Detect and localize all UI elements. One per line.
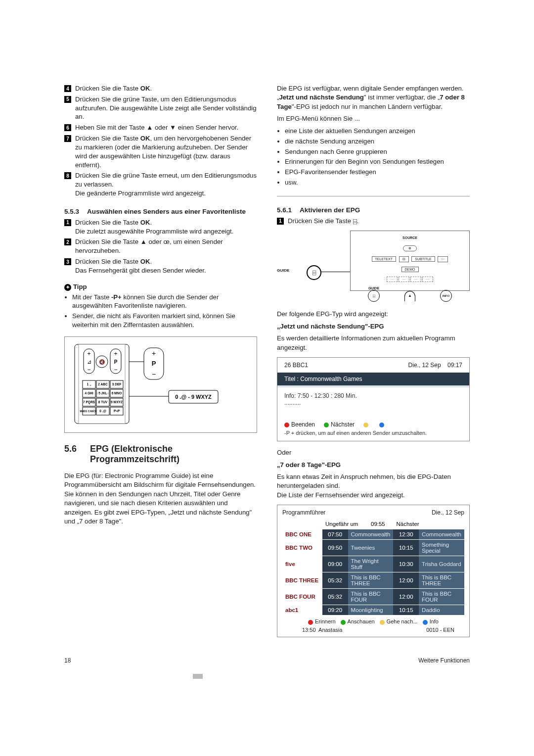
svg-text:🔇: 🔇	[99, 359, 105, 365]
step-text: Drücken Sie die Taste ▲ oder œ, um einen…	[75, 237, 257, 255]
blue-dot-icon	[379, 423, 384, 427]
seven-day-sub: Es kann etwas Zeit in Anspruch nehmen, b…	[277, 472, 470, 500]
section-body: Die EPG (für: Electronic Programme Guide…	[64, 472, 257, 526]
svg-text:P: P	[152, 360, 156, 367]
epg2-head-right: Die., 12 Sep	[432, 509, 464, 516]
epg-prog-title: Titel : Commonwealth Games	[277, 373, 469, 385]
step-text: Drücken Sie die Taste OK. Das Fernsehger…	[75, 257, 257, 275]
tip-item: Mit der Taste -P+ können Sie durch die S…	[72, 293, 257, 311]
svg-text:MHEG CANCEL: MHEG CANCEL	[80, 410, 98, 413]
heading-5-5-3: 5.5.3Auswählen eines Senders aus einer F…	[64, 208, 257, 215]
table-row[interactable]: BBC FOUR05:32This is BBC FOUR12:00This i…	[282, 589, 464, 605]
step-num: 8	[64, 172, 71, 179]
svg-text:8 TUV: 8 TUV	[98, 400, 108, 404]
svg-text:P≈P: P≈P	[114, 409, 120, 413]
svg-text:9 WXYZ: 9 WXYZ	[111, 400, 123, 404]
tip-item: Sender, die nicht als Favoriten markiert…	[72, 312, 257, 330]
svg-text:+: +	[152, 349, 156, 357]
epg-table: Ungefähr um 09:55 Nächster BBC ONE07:50C…	[282, 519, 464, 615]
step-text: Drücken Sie die Taste OK, um den hervorg…	[75, 134, 257, 169]
svg-text:6 MNO: 6 MNO	[112, 391, 122, 395]
step-num: 1	[277, 218, 284, 225]
svg-text:2 ABC: 2 ABC	[98, 382, 108, 386]
svg-text:7 PQRS: 7 PQRS	[83, 400, 95, 404]
heading-5-6: 5.6EPG (Elektronische Programmzeitschrif…	[64, 444, 257, 465]
yellow-dot-icon	[363, 423, 368, 427]
right-column: Die EPG ist verfügbar, wenn digitale Sen…	[277, 84, 470, 644]
page-number: 18	[64, 657, 71, 664]
tip-list: Mit der Taste -P+ können Sie durch die S…	[64, 293, 257, 330]
guide-label: GUIDE	[277, 268, 289, 273]
svg-text:1 .,: 1 .,	[87, 382, 91, 386]
epg-now-next-panel: 26 BBC1 Die., 12 Sep 09:17 Titel : Commo…	[277, 357, 470, 441]
oder-label: Oder	[277, 448, 470, 457]
step-text: Drücken Sie die grüne Taste, um den Edit…	[75, 95, 257, 121]
now-next-sub: Es werden detaillierte Informationen zum…	[277, 334, 470, 352]
remote-panel: SOURCE ⊕ TELETEXT ⊟ SUBTITLE ⋯ DEMO ····…	[350, 231, 470, 291]
menu-list: eine Liste der aktuellen Sendungen anzei…	[277, 127, 470, 187]
step-num: 5	[64, 96, 71, 103]
epg-btn-beenden[interactable]: Beenden	[291, 421, 315, 428]
menu-item: Sendungen nach Genre gruppieren	[285, 147, 470, 156]
panel-info-button: INFO	[440, 290, 452, 302]
teletext-label: TELETEXT	[372, 256, 396, 262]
svg-text:○5 JKL○: ○5 JKL○	[96, 391, 109, 395]
table-row[interactable]: BBC THREE05:32This is BBC THREE12:00This…	[282, 572, 464, 589]
now-next-head: „Jetzt und nächste Sendung"-EPG	[277, 322, 470, 331]
svg-text:−: −	[152, 370, 156, 378]
svg-text:0 .@ - 9 WXYZ: 0 .@ - 9 WXYZ	[175, 394, 212, 400]
epg2-btn[interactable]: Info	[430, 618, 439, 624]
epg2-btn[interactable]: Anschauen	[348, 618, 375, 624]
table-row[interactable]: five09:00The Wright Stuff10:30Trisha God…	[282, 556, 464, 572]
svg-text:−: −	[114, 366, 117, 373]
step-text: Drücken Sie die Taste ⌸.	[288, 217, 470, 226]
menu-item: eine Liste der aktuellen Sendungen anzei…	[285, 127, 470, 136]
source-button: ⊕	[403, 245, 417, 251]
table-row[interactable]: abc109:20Moonlighting10:15Daddio	[282, 605, 464, 615]
step-num: 1	[64, 219, 71, 226]
subtitle-label: SUBTITLE	[411, 256, 435, 262]
red-dot-icon	[284, 423, 289, 427]
guide-icon: ⌸	[353, 217, 357, 226]
step-num: 6	[64, 124, 71, 131]
after-fig-text: Der folgende EPG-Typ wird angezeigt:	[277, 310, 470, 319]
epg-date: Die., 12 Sep	[408, 362, 441, 369]
tip-icon: ✦	[64, 284, 71, 291]
menu-item: Erinnerungen für den Beginn von Sendunge…	[285, 157, 470, 166]
page-marker	[193, 674, 203, 679]
epg2-btn[interactable]: Erinnern	[315, 618, 336, 624]
step-num: 2	[64, 238, 71, 245]
step-num: 7	[64, 135, 71, 142]
menu-item: die nächste Sendung anzeigen	[285, 137, 470, 146]
epg2-head-left: Programmführer	[282, 509, 325, 516]
svg-text:3 DEF: 3 DEF	[112, 382, 121, 386]
section-footer: Weitere Funktionen	[418, 657, 470, 664]
intro-para: Die EPG ist verfügbar, wenn digitale Sen…	[277, 84, 470, 111]
epg-hint: -P + drücken, um auf einen anderen Sende…	[277, 430, 469, 441]
epg-btn-naechster[interactable]: Nächster	[331, 421, 355, 428]
svg-text:⊿: ⊿	[87, 359, 91, 365]
epg-channel: 26 BBC1	[284, 362, 308, 369]
table-row[interactable]: BBC TWO09:50Tweenies10:15Something Speci…	[282, 540, 464, 556]
remote-svg: + ⊿ − 🔇 + P − 1 ., 2 ABC 3 DEF 4 GHI	[70, 342, 248, 426]
green-dot-icon	[324, 423, 329, 427]
seven-day-head: „7 oder 8 Tage"-EPG	[277, 461, 470, 470]
menu-lead: Im EPG-Menü können Sie ...	[277, 114, 470, 123]
step-text: Drücken Sie die Taste OK. Die zuletzt au…	[75, 218, 257, 236]
menu-item: usw.	[285, 178, 470, 187]
svg-text:+: +	[114, 350, 117, 357]
svg-text:4 GHI: 4 GHI	[85, 391, 93, 395]
table-row[interactable]: BBC ONE07:50Commonwealth12:30Commonwealt…	[282, 529, 464, 540]
svg-text:+: +	[87, 350, 90, 357]
steps-group-1: 4 Drücken Sie die Taste OK. 5 Drücken Si…	[64, 84, 257, 198]
step-num: 4	[64, 85, 71, 92]
step-text: Heben Sie mit der Taste ▲ oder ▼ einen S…	[75, 123, 257, 132]
step-text: Drücken Sie die Taste OK.	[75, 84, 257, 93]
step-num: 3	[64, 258, 71, 265]
svg-text:P: P	[114, 359, 118, 365]
epg-7day-panel: Programmführer Die., 12 Sep Ungefähr um …	[277, 505, 470, 637]
svg-text:0 .@: 0 .@	[99, 409, 106, 413]
demo-label: DEMO	[401, 267, 419, 272]
left-column: 4 Drücken Sie die Taste OK. 5 Drücken Si…	[64, 84, 257, 644]
epg2-btn[interactable]: Gehe nach...	[387, 618, 418, 624]
